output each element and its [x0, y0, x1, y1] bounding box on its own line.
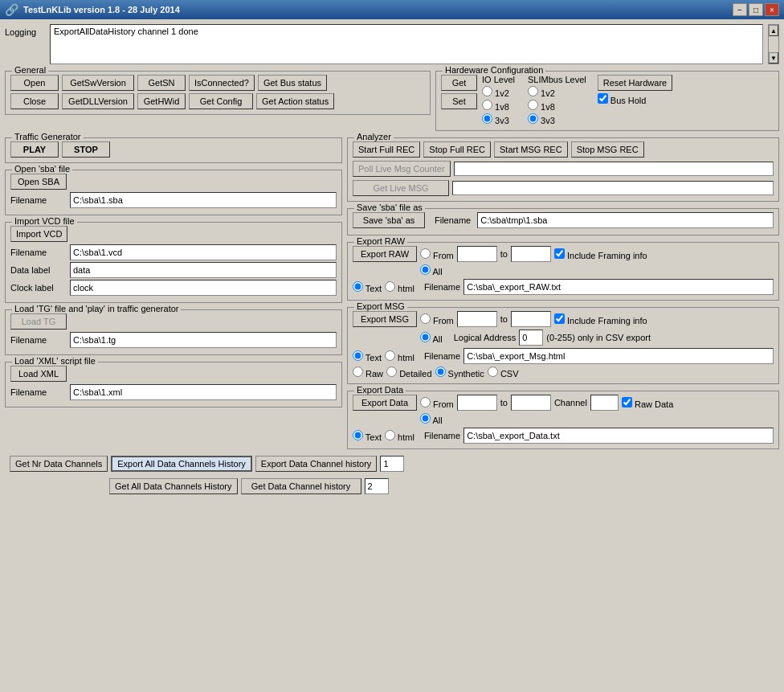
- io-1v8-radio[interactable]: 1v8: [482, 100, 515, 112]
- export-data-channel-input[interactable]: [590, 395, 619, 411]
- start-msg-rec-btn[interactable]: Start MSG REC: [494, 141, 568, 158]
- load-xml-label: Load 'XML' script file: [12, 356, 98, 366]
- play-btn[interactable]: PLAY: [10, 141, 59, 158]
- maximize-btn[interactable]: □: [749, 3, 763, 16]
- export-raw-from-input[interactable]: [457, 246, 497, 262]
- open-sba-filename-input[interactable]: [70, 192, 337, 208]
- vcd-data-input[interactable]: [70, 262, 337, 278]
- minimize-btn[interactable]: −: [733, 3, 747, 16]
- get-config-btn[interactable]: Get Config: [189, 93, 253, 109]
- bus-hold-checkbox[interactable]: Bus Hold: [598, 93, 672, 105]
- export-msg-html-radio[interactable]: html: [385, 350, 414, 362]
- export-msg-btn[interactable]: Export MSG: [353, 311, 417, 327]
- set-hw-btn[interactable]: Set: [441, 93, 477, 109]
- hardware-group: Hardeware Configuration Get Set IO Level…: [435, 71, 779, 131]
- load-xml-btn[interactable]: Load XML: [10, 366, 67, 382]
- get-dll-version-btn[interactable]: GetDLLVersion: [62, 93, 134, 109]
- export-raw-label: Export RAW: [354, 236, 407, 246]
- export-raw-text-radio[interactable]: Text: [353, 281, 382, 293]
- export-data-all-radio[interactable]: All: [420, 413, 443, 425]
- close-btn[interactable]: ×: [765, 3, 779, 16]
- logging-section: Logging ExportAllDataHistory channel 1 d…: [5, 24, 779, 64]
- export-msg-from-input[interactable]: [457, 311, 497, 327]
- export-raw-from-radio[interactable]: From: [420, 248, 454, 260]
- export-raw-html-radio[interactable]: html: [385, 281, 414, 293]
- save-sba-filename-input[interactable]: [477, 212, 774, 228]
- get-sn-btn[interactable]: GetSN: [137, 75, 186, 91]
- export-data-to-input[interactable]: [511, 395, 551, 411]
- open-sba-btn[interactable]: Open SBA: [10, 174, 67, 190]
- poll-live-msg-btn[interactable]: Poll Live Msg Counter: [353, 161, 451, 177]
- stop-full-rec-btn[interactable]: Stop Full REC: [423, 141, 491, 158]
- export-data-from-radio[interactable]: From: [420, 397, 454, 409]
- io-3v3-radio[interactable]: 3v3: [482, 113, 515, 125]
- export-msg-to-input[interactable]: [511, 311, 551, 327]
- export-channel-history-btn[interactable]: Export Data Channel history: [255, 456, 378, 472]
- export-msg-from-radio[interactable]: From: [420, 313, 454, 326]
- xml-filename-input[interactable]: [70, 384, 337, 400]
- export-msg-text-radio[interactable]: Text: [353, 350, 382, 362]
- start-full-rec-btn[interactable]: Start Full REC: [353, 141, 420, 158]
- export-data-raw-checkbox[interactable]: Raw Data: [622, 397, 673, 409]
- export-all-history-btn[interactable]: Export All Data Channels History: [111, 456, 252, 472]
- logical-address-input[interactable]: [519, 330, 543, 346]
- save-sba-btn[interactable]: Save 'sba' as: [353, 212, 425, 228]
- import-vcd-btn[interactable]: Import VCD: [10, 226, 67, 242]
- vcd-clock-label: Clock label: [10, 283, 67, 293]
- export-data-html-radio[interactable]: html: [385, 430, 414, 442]
- get-hwid-btn[interactable]: GetHWid: [137, 93, 186, 109]
- load-tg-btn[interactable]: Load TG: [10, 313, 67, 330]
- export-raw-all-radio[interactable]: All: [420, 264, 443, 276]
- export-raw-framing-checkbox[interactable]: Include Framing info: [554, 248, 647, 260]
- vcd-filename-input[interactable]: [70, 244, 337, 260]
- get-hw-btn[interactable]: Get: [441, 75, 477, 91]
- save-sba-group: Save 'sba' file as Save 'sba' as Filenam…: [347, 208, 779, 235]
- export-msg-label: Export MSG: [354, 301, 407, 311]
- export-data-filename-input[interactable]: [463, 428, 774, 444]
- get-action-status-btn[interactable]: Get Action status: [256, 93, 334, 109]
- export-data-from-input[interactable]: [457, 395, 497, 411]
- get-bus-status-btn[interactable]: Get Bus status: [258, 75, 327, 91]
- export-msg-raw-radio[interactable]: Raw: [353, 366, 383, 379]
- vcd-clock-input[interactable]: [70, 280, 337, 296]
- export-msg-framing-checkbox[interactable]: Include Framing info: [554, 313, 647, 326]
- get-live-msg-btn[interactable]: Get Live MSG: [353, 180, 449, 196]
- open-btn[interactable]: Open: [10, 75, 59, 91]
- export-raw-btn[interactable]: Export RAW: [353, 246, 417, 262]
- get-all-history-btn[interactable]: Get All Data Channels History: [109, 478, 238, 494]
- export-data-text-radio[interactable]: Text: [353, 430, 382, 442]
- scroll-up-btn[interactable]: ▲: [769, 25, 778, 36]
- get-sw-version-btn[interactable]: GetSwVersion: [62, 75, 134, 91]
- export-msg-synthetic-radio[interactable]: Synthetic: [435, 366, 484, 379]
- close-btn[interactable]: Close: [10, 93, 59, 109]
- tg-filename-label: Filename: [10, 335, 67, 345]
- vcd-filename-label: Filename: [10, 248, 67, 257]
- slim-3v3-radio[interactable]: 3v3: [528, 113, 586, 125]
- channel2-input[interactable]: [365, 478, 389, 494]
- reset-hardware-btn[interactable]: Reset Hardware: [598, 75, 672, 91]
- save-sba-filename-label: Filename: [435, 215, 471, 225]
- io-1v2-radio[interactable]: 1v2: [482, 86, 515, 98]
- slim-1v2-radio[interactable]: 1v2: [528, 86, 586, 98]
- stop-msg-rec-btn[interactable]: Stop MSG REC: [571, 141, 644, 158]
- get-nr-channels-btn[interactable]: Get Nr Data Channels: [10, 456, 108, 472]
- channel1-input[interactable]: [380, 456, 404, 472]
- export-msg-filename-input[interactable]: [463, 348, 774, 364]
- export-raw-filename-input[interactable]: [463, 279, 774, 295]
- stop-btn[interactable]: STOP: [62, 141, 110, 158]
- is-connected-btn[interactable]: IsConnected?: [189, 75, 255, 91]
- load-tg-group: Load 'TG' file and 'play' in traffic gen…: [5, 309, 342, 355]
- export-raw-to-input[interactable]: [511, 246, 551, 262]
- export-msg-all-radio[interactable]: All: [420, 332, 443, 344]
- export-msg-detailed-radio[interactable]: Detailed: [386, 366, 431, 379]
- msg-filename-label: Filename: [424, 351, 460, 361]
- get-channel-history-btn[interactable]: Get Data Channel history: [241, 478, 361, 494]
- export-data-btn[interactable]: Export Data: [353, 395, 417, 411]
- tg-filename-input[interactable]: [70, 332, 337, 348]
- general-group: General Open GetSwVersion GetSN IsConnec…: [5, 71, 431, 115]
- logging-box[interactable]: ExportAllDataHistory channel 1 done: [50, 24, 763, 64]
- scroll-down-btn[interactable]: ▼: [769, 52, 778, 63]
- slim-1v8-radio[interactable]: 1v8: [528, 100, 586, 112]
- export-data-to-label: to: [500, 398, 508, 407]
- export-msg-csv-radio[interactable]: CSV: [488, 366, 519, 379]
